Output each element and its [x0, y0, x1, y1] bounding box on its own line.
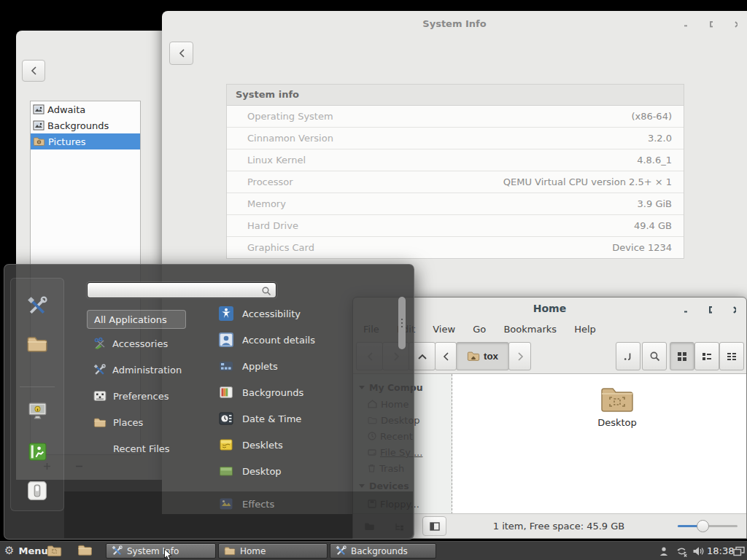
files-launcher[interactable] [26, 333, 48, 355]
row-label: Processor [247, 171, 293, 192]
category-preferences[interactable]: Preferences [87, 387, 169, 405]
view-list-button[interactable] [694, 342, 719, 370]
lock-screen-button[interactable] [26, 400, 48, 421]
path-next-button[interactable] [508, 342, 531, 370]
close-icon [735, 21, 738, 28]
menu-bottom-strip: Effects [64, 491, 413, 538]
list-item[interactable]: Adwaita [31, 101, 140, 117]
category-accessories[interactable]: Accessories [87, 335, 168, 352]
row-value: (x86-64) [631, 106, 672, 127]
back-button[interactable] [169, 42, 193, 65]
chevron-right-icon [516, 351, 524, 362]
app-backgrounds[interactable]: Backgrounds [219, 383, 303, 402]
path-prev-button[interactable] [435, 342, 457, 370]
app-account-details[interactable]: Account details [219, 330, 315, 349]
row-value: 49.4 GB [634, 215, 672, 236]
file-item-desktop[interactable]: Desktop [591, 384, 643, 428]
folder-icon [26, 335, 48, 353]
category-label: Accessories [112, 338, 168, 349]
zoom-slider[interactable] [678, 514, 738, 538]
show-desktop-launcher[interactable] [47, 544, 62, 559]
menu-help[interactable]: Help [567, 319, 603, 340]
maximize-icon [709, 306, 712, 314]
panel: ⚙ Menu System Info Home Backgrounds 18:3… [0, 541, 747, 560]
close-button[interactable] [730, 19, 742, 29]
location-entry-icon [623, 351, 633, 362]
category-administration[interactable]: Administration [87, 361, 182, 378]
search-input[interactable] [90, 284, 257, 298]
desktop-folder-icon [47, 544, 62, 557]
toggle-location-entry-button[interactable] [616, 342, 640, 370]
menu-view[interactable]: View [425, 319, 462, 340]
list-item-label: Backgrounds [47, 120, 109, 131]
files-launcher[interactable] [77, 544, 93, 559]
compact-view-icon [727, 351, 737, 362]
taskbar-window-system-info[interactable]: System Info [106, 543, 216, 559]
app-label: Desklets [242, 440, 283, 451]
window-titlebar[interactable]: System Info [162, 11, 747, 37]
window-list-applet-icon[interactable] [733, 546, 745, 559]
maximize-icon [710, 21, 713, 28]
folder-icon [77, 544, 93, 556]
home-folder-icon [467, 351, 480, 362]
maximize-button[interactable] [705, 305, 716, 315]
view-grid-button[interactable] [670, 342, 694, 370]
minimize-button[interactable] [680, 305, 692, 315]
desktop-icon [219, 464, 233, 478]
view-compact-button[interactable] [719, 342, 744, 370]
desktop-folder-icon [600, 384, 635, 413]
minimize-button[interactable] [680, 19, 692, 29]
row-value: 3.9 GiB [638, 193, 672, 214]
accessories-icon [93, 337, 107, 350]
table-row: Cinnamon Version 3.2.0 [227, 128, 684, 149]
list-item-selected[interactable]: Pictures [31, 133, 140, 149]
list-item[interactable]: Backgrounds [31, 117, 140, 133]
scrollbar-thumb[interactable] [398, 297, 406, 349]
menu-scrollbar[interactable] [398, 295, 406, 501]
chevron-left-icon [178, 48, 185, 58]
shutdown-button[interactable] [26, 480, 48, 502]
app-desklets[interactable]: Desklets [219, 435, 283, 454]
chevron-left-icon [442, 351, 449, 362]
app-effects[interactable]: Effects [219, 494, 274, 513]
maximize-button[interactable] [705, 19, 717, 29]
system-settings-launcher[interactable] [26, 295, 48, 317]
row-value: Device 1234 [612, 237, 672, 258]
row-label: Cinnamon Version [247, 128, 333, 149]
back-button[interactable] [22, 60, 45, 82]
path-segment-button[interactable]: tox [456, 342, 509, 370]
menu-bookmarks[interactable]: Bookmarks [496, 319, 564, 340]
taskbar-window-backgrounds[interactable]: Backgrounds [330, 543, 436, 559]
volume-applet-icon[interactable] [692, 546, 704, 559]
table-row: Processor QEMU Virtual CPU version 2.5+ … [227, 171, 684, 193]
path-segment-label: tox [484, 351, 498, 362]
thumb-grip-icon [400, 318, 403, 328]
network-applet-icon[interactable] [676, 546, 688, 559]
menu-button-label: Menu [18, 545, 47, 556]
category-places[interactable]: Places [87, 413, 143, 431]
menu-search [87, 282, 276, 298]
app-applets[interactable]: Applets [219, 357, 278, 376]
logout-button[interactable] [26, 440, 48, 462]
app-accessibility[interactable]: Accessibility [219, 304, 301, 323]
backgrounds-icon [219, 385, 233, 400]
file-pane[interactable]: Desktop [452, 374, 746, 514]
lock-screen-icon [28, 402, 47, 420]
taskbar-window-home[interactable]: Home [218, 543, 328, 559]
toggle-sidebar-button[interactable] [422, 516, 446, 536]
category-recent-files[interactable]: Recent Files [87, 440, 170, 457]
search-button[interactable] [642, 342, 667, 370]
slider-knob[interactable] [697, 520, 709, 532]
close-button[interactable] [729, 305, 740, 315]
clock-applet[interactable]: 18:38 [707, 542, 734, 560]
window-title: System Info [422, 18, 486, 29]
menu-go[interactable]: Go [465, 319, 493, 340]
app-label: Accessibility [242, 308, 301, 319]
menu-button[interactable]: ⚙ Menu [4, 542, 48, 560]
app-date-time[interactable]: Date & Time [219, 409, 301, 428]
sidebar-toggle-icon [430, 522, 440, 531]
tools-icon [112, 545, 123, 556]
app-desktop[interactable]: Desktop [219, 462, 282, 481]
category-all-applications[interactable]: All Applications [87, 310, 186, 329]
user-applet-icon[interactable] [659, 546, 669, 559]
